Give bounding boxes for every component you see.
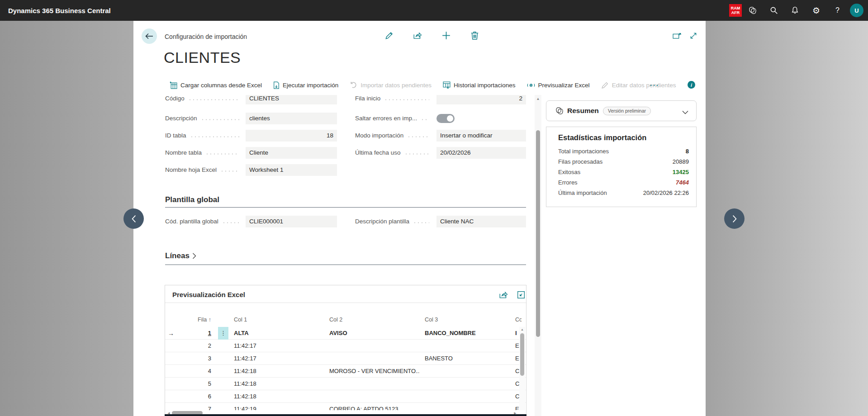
popout-icon[interactable]: [673, 32, 681, 40]
field-row: Saltar errores en imp...: [133, 113, 541, 124]
field-row: Modo importación Insertar o modificar: [133, 130, 541, 142]
chevron-down-icon[interactable]: [682, 108, 688, 116]
table-row[interactable]: 2 11:42:17 E: [165, 340, 526, 352]
more-options-button[interactable]: ···: [650, 78, 659, 92]
table-row[interactable]: 6 11:42:18 C: [165, 390, 526, 403]
ejecutar-importacion-button[interactable]: Ejecutar importación: [273, 81, 338, 89]
resumen-card[interactable]: Resumen Versión preliminar: [546, 100, 697, 121]
stats-title: Estadísticas importación: [558, 133, 646, 142]
table-cell: 11:42:18: [234, 378, 324, 390]
table-cell: ALTA: [234, 327, 324, 340]
edit-icon[interactable]: [384, 31, 394, 40]
stat-row: Errores 7464: [558, 179, 689, 188]
resumen-title: Resumen: [567, 107, 599, 115]
help-icon[interactable]: ?: [827, 0, 848, 21]
descripcion-plantilla-field[interactable]: Cliente NAC: [436, 216, 526, 227]
dotted-leader: [222, 222, 239, 223]
app-title: Dynamics 365 Business Central: [8, 7, 111, 14]
column-header[interactable]: Col 2: [329, 313, 420, 326]
new-icon[interactable]: [441, 31, 451, 40]
column-header[interactable]: Col 1: [234, 313, 324, 326]
settings-icon[interactable]: ⚙: [806, 0, 827, 21]
info-icon[interactable]: i: [688, 81, 695, 89]
importar-pendientes-button[interactable]: Importar datos pendientes: [350, 81, 432, 89]
field-label: Saltar errores en imp...: [355, 114, 417, 123]
back-button[interactable]: [142, 28, 157, 44]
viewport-bottom-edge: [165, 414, 526, 416]
stat-label: Exitosas: [558, 169, 580, 175]
scroll-up-icon[interactable]: ▲: [519, 328, 525, 331]
row-number: 6: [183, 390, 211, 403]
cod-plantilla-field[interactable]: CLIE000001: [246, 216, 337, 227]
next-record-button[interactable]: [724, 208, 745, 229]
breadcrumb[interactable]: Configuración de importación: [165, 33, 247, 40]
business-central-app: Dynamics 365 Business Central RAM AFR: [0, 0, 868, 416]
preview-share-icon[interactable]: [499, 291, 508, 301]
table-row[interactable]: 5 11:42:18 C: [165, 378, 526, 390]
tenant-badge[interactable]: RAM AFR: [729, 4, 742, 17]
previous-record-button[interactable]: [123, 208, 144, 229]
table-vertical-scrollbar[interactable]: ▲ ▼: [519, 327, 525, 416]
field-row: Última fecha uso 20/02/2026: [133, 147, 541, 159]
content-scrollbar[interactable]: ▲: [535, 95, 541, 416]
table-row[interactable]: 4 11:42:18 MOROSO - VER VENCIMIENTO... C: [165, 365, 526, 378]
previsualizar-excel-button[interactable]: Previsualizar Excel: [527, 82, 590, 89]
chevron-right-icon: [192, 253, 196, 259]
ultima-fecha-field[interactable]: 20/02/2026: [436, 147, 526, 159]
table-row[interactable]: 3 11:42:17 BANESTO E: [165, 352, 526, 365]
stat-label: Filas procesadas: [558, 158, 602, 165]
historial-importaciones-button[interactable]: Historial importaciones: [443, 81, 516, 89]
cargar-columnas-button[interactable]: Cargar columnas desde Excel: [170, 81, 262, 89]
stat-value: 20889: [673, 158, 689, 165]
expand-icon[interactable]: [689, 32, 697, 40]
divider: [165, 303, 526, 303]
notifications-icon[interactable]: [784, 0, 806, 21]
skip-errors-toggle[interactable]: [436, 114, 455, 123]
table-cell: 11:42:17: [234, 352, 324, 365]
dotted-leader: [220, 170, 239, 172]
editar-pendientes-button[interactable]: Editar datos pendientes: [601, 81, 676, 89]
field-label: Fila inicio: [355, 95, 380, 103]
field-label: Cód. plantilla global: [165, 217, 218, 226]
import-statistics-card: Estadísticas importación Total importaci…: [546, 127, 697, 207]
field-label: Última fecha uso: [355, 149, 401, 157]
lineas-section-title[interactable]: Líneas: [165, 251, 196, 260]
column-header[interactable]: Col: [515, 313, 522, 326]
share-icon[interactable]: [413, 31, 422, 40]
copilot-icon[interactable]: [742, 0, 763, 21]
plantilla-global-section-title[interactable]: Plantilla global: [165, 195, 219, 204]
stat-row: Filas procesadas 20889: [558, 158, 689, 167]
field-label: Modo importación: [355, 132, 403, 140]
delete-icon[interactable]: [470, 31, 479, 40]
preview-expand-icon[interactable]: [517, 291, 525, 301]
user-avatar[interactable]: U: [850, 4, 863, 17]
scrollbar-thumb[interactable]: [520, 333, 524, 376]
table-cell: BANCO_NOMBRE: [425, 327, 511, 340]
scrollbar-thumb[interactable]: [536, 130, 540, 337]
sort-up-icon: ↑: [209, 317, 211, 323]
modo-importacion-field[interactable]: Insertar o modificar: [436, 130, 526, 142]
stat-label: Última importación: [558, 189, 607, 196]
table-cell: AVISO: [329, 327, 420, 340]
table-cell: BANESTO: [425, 352, 511, 365]
toggle-knob: [447, 115, 453, 122]
row-number: 4: [183, 365, 211, 378]
field-label: Nombre hoja Excel: [165, 166, 217, 174]
page-header: Configuración de importación CLIENTES: [133, 21, 706, 95]
table-row[interactable]: → 1 ⋮ ALTA AVISO BANCO_NOMBRE I: [165, 327, 526, 340]
stat-row: Total importaciones 8: [558, 148, 689, 157]
search-icon[interactable]: [763, 0, 784, 21]
column-header[interactable]: Col 3: [425, 313, 511, 326]
stat-label: Total importaciones: [558, 148, 609, 155]
nombre-hoja-field[interactable]: Worksheet 1: [246, 164, 337, 176]
action-bar: Cargar columnas desde Excel Ejecutar imp…: [170, 78, 676, 92]
copilot-icon: [555, 107, 564, 117]
dotted-leader: [407, 136, 429, 137]
stat-row: Exitosas 13425: [558, 169, 689, 178]
column-header-fila[interactable]: Fila ↑: [183, 313, 211, 326]
row-number: 2: [183, 340, 211, 352]
dotted-leader: [421, 119, 429, 120]
section-divider: [165, 207, 526, 208]
field-label: Descripción plantilla: [355, 217, 409, 226]
row-menu-icon[interactable]: ⋮: [218, 327, 228, 340]
